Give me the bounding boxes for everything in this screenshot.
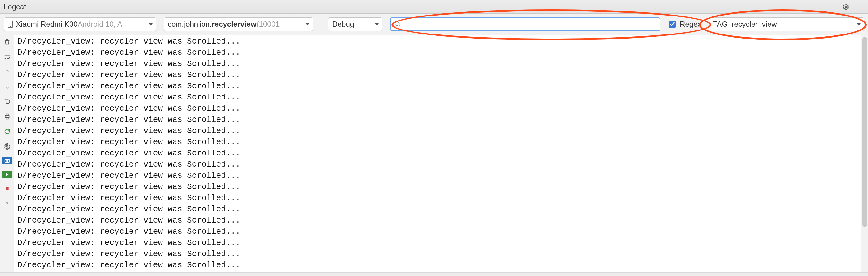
svg-rect-10 [5,160,9,162]
device-select[interactable]: Xiaomi Redmi K30 Android 10, A [4,18,156,31]
log-line: D/recycler_view: recycler view was Scrol… [18,103,861,114]
filter-select[interactable]: TAG_recycler_view [709,18,864,31]
rerun-icon[interactable] [3,127,11,136]
svg-rect-8 [6,118,8,119]
process-pkg-prefix: com.johnlion. [168,20,212,29]
soft-wrap-icon[interactable] [3,53,11,61]
log-line: D/recycler_view: recycler view was Scrol… [18,114,861,125]
svg-rect-6 [5,116,9,118]
svg-point-11 [6,160,8,162]
tool-gutter [0,35,14,272]
gear-icon[interactable] [842,3,850,11]
process-pid: (10001 [257,20,280,29]
search-input[interactable] [390,18,660,31]
log-line: D/recycler_view: recycler view was Scrol… [18,92,861,103]
help-icon[interactable] [3,199,11,208]
screen-record-icon[interactable] [2,171,12,178]
minimize-icon[interactable] [856,3,864,11]
log-line: D/recycler_view: recycler view was Scrol… [18,47,861,58]
log-line: D/recycler_view: recycler view was Scrol… [18,69,861,81]
log-line: D/recycler_view: recycler view was Scrol… [18,136,861,148]
log-line: D/recycler_view: recycler view was Scrol… [18,215,861,226]
log-line: D/recycler_view: recycler view was Scrol… [18,181,861,192]
chevron-down-icon [375,22,379,26]
search-icon [394,21,401,28]
svg-point-0 [845,6,847,8]
filter-value: TAG_recycler_view [713,20,777,29]
print-icon[interactable] [3,112,11,121]
chevron-down-icon [305,22,310,26]
log-line: D/recycler_view: recycler view was Scrol… [18,204,861,215]
footer-strip [0,272,868,276]
arrow-up-icon[interactable] [3,67,11,76]
svg-point-9 [6,146,8,148]
log-line: D/recycler_view: recycler view was Scrol… [18,192,861,204]
chevron-down-icon [149,22,153,26]
log-level-value: Debug [332,20,354,29]
svg-rect-12 [6,187,8,190]
log-line: D/recycler_view: recycler view was Scrol… [18,237,861,248]
log-line: D/recycler_view: recycler view was Scrol… [18,226,861,237]
log-line: D/recycler_view: recycler view was Scrol… [18,159,861,170]
log-line: D/recycler_view: recycler view was Scrol… [18,170,861,181]
regex-label: Regex [680,20,701,29]
screenshot-icon[interactable] [2,157,12,164]
log-line: D/recycler_view: recycler view was Scrol… [18,58,861,69]
svg-rect-7 [6,114,8,116]
device-name: Xiaomi Redmi K30 [16,20,78,29]
chevron-down-icon [857,22,861,26]
log-output[interactable]: D/recycler_view: recycler view was Scrol… [14,35,861,272]
scroll-thumb[interactable] [862,37,867,226]
log-line: D/recycler_view: recycler view was Scrol… [18,36,861,47]
log-line: D/recycler_view: recycler view was Scrol… [18,259,861,271]
search-field-wrap [390,18,660,31]
trash-icon[interactable] [3,38,11,46]
log-line: D/recycler_view: recycler view was Scrol… [18,148,861,159]
svg-line-5 [399,25,400,27]
device-icon [8,21,13,28]
logcat-titlebar: Logcat [0,0,868,14]
svg-point-4 [395,22,399,26]
process-pkg-name: recyclerview [212,20,256,29]
arrow-down-icon[interactable] [3,82,11,91]
panel-title: Logcat [4,2,26,11]
restart-icon[interactable] [3,97,11,106]
log-line: D/recycler_view: recycler view was Scrol… [18,125,861,136]
log-line: D/recycler_view: recycler view was Scrol… [18,81,861,92]
process-select[interactable]: com.johnlion.recyclerview (10001 [164,18,313,31]
regex-checkbox[interactable] [669,21,676,28]
regex-toggle[interactable]: Regex [668,20,701,29]
gear-icon[interactable] [3,142,11,151]
stop-icon[interactable] [3,184,11,193]
scrollbar[interactable] [861,35,868,272]
logcat-toolbar: Xiaomi Redmi K30 Android 10, A com.johnl… [0,14,868,35]
device-os: Android 10, A [78,20,122,29]
log-level-select[interactable]: Debug [328,18,382,31]
log-line: D/recycler_view: recycler view was Scrol… [18,248,861,259]
